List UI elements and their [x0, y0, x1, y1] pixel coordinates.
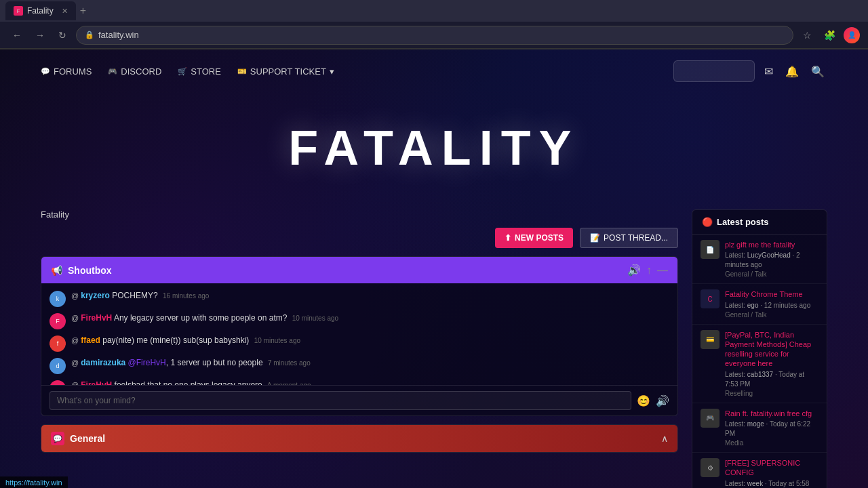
hero-section: FATALITY [0, 93, 868, 209]
section-title-area: 💬 General [51, 432, 105, 445]
forward-button[interactable]: → [31, 27, 49, 43]
browser-title-bar: F Fatality ✕ + [0, 0, 868, 22]
post-title-link[interactable]: Fatality Chrome Theme [725, 289, 818, 299]
nav-links: 💬 FORUMS 🎮 DISCORD 🛒 STORE 🎫 SUPPORT TIC… [41, 66, 334, 77]
action-bar: ⬆ NEW POSTS 📝 POST THREAD... [41, 228, 678, 248]
post-title-link[interactable]: Rain ft. fatality.win free cfg [725, 409, 818, 418]
avatar: F [50, 380, 66, 385]
nav-notifications-button[interactable]: 🔔 [783, 62, 802, 81]
forums-icon: 💬 [41, 67, 50, 76]
post-thumbnail: 🎮 [701, 409, 719, 428]
latest-posts-panel: 🔴 Latest posts 📄 plz gift me the fatalit… [692, 209, 827, 488]
url-text: fatality.win [98, 30, 139, 40]
nav-search-button[interactable]: 🔍 [808, 62, 827, 81]
post-item: 💳 [PayPal, BTC, Indian Payment Methods] … [692, 325, 827, 403]
general-section: 💬 General ∧ [41, 424, 678, 453]
msg-username[interactable]: damirazuka [81, 358, 125, 367]
sidebar-right: 🔴 Latest posts 📄 plz gift me the fatalit… [692, 209, 827, 488]
msg-username[interactable]: FireHvH [81, 313, 112, 323]
shoutbox-title: 📢 Shoutbox [51, 265, 112, 276]
latest-posts-icon: 🔴 [702, 217, 713, 227]
section-title: General [70, 433, 105, 444]
avatar: d [50, 358, 66, 374]
website-content: 💬 FORUMS 🎮 DISCORD 🛒 STORE 🎫 SUPPORT TIC… [0, 49, 868, 488]
post-thumbnail: ⚙ [701, 458, 719, 477]
nav-discord[interactable]: 🎮 DISCORD [108, 66, 161, 77]
nav-store[interactable]: 🛒 STORE [178, 66, 221, 77]
browser-chrome: F Fatality ✕ + ← → ↻ 🔒 fatality.win ☆ 🧩 … [0, 0, 868, 49]
message-row: F @ FireHvH Any legacy server up with so… [41, 310, 677, 332]
latest-posts-title: Latest posts [717, 217, 769, 227]
browser-profile-button[interactable]: 👤 [844, 27, 860, 43]
post-meta: Latest: moge · Today at 6:22 PM [725, 420, 818, 439]
main-content: Fatality ⬆ NEW POSTS 📝 POST THREAD... 📢 … [0, 209, 868, 488]
msg-username[interactable]: FireHvH [81, 380, 112, 385]
shoutbox-expand-button[interactable]: ↑ [646, 264, 652, 277]
nav-message-button[interactable]: ✉ [762, 62, 776, 81]
section-header: 💬 General ∧ [41, 425, 677, 452]
post-meta: Latest: ego · 12 minutes ago [725, 301, 818, 310]
post-thread-button[interactable]: 📝 POST THREAD... [580, 228, 678, 248]
nav-forums[interactable]: 💬 FORUMS [41, 66, 92, 77]
site-nav: 💬 FORUMS 🎮 DISCORD 🛒 STORE 🎫 SUPPORT TIC… [0, 49, 868, 93]
post-meta: Latest: cab1337 · Today at 7:53 PM [725, 370, 818, 389]
post-item: 📄 plz gift me the fatality Latest: LucyG… [692, 235, 827, 284]
section-collapse-button[interactable]: ∧ [661, 433, 668, 444]
message-row: F @ FireHvH feelsbad that no one plays l… [41, 377, 677, 385]
shoutbox-header: 📢 Shoutbox 🔊 ↑ — [41, 257, 677, 283]
shoutbox-icon: 📢 [51, 265, 62, 276]
new-posts-icon: ⬆ [505, 233, 511, 243]
post-thumbnail: 💳 [701, 330, 719, 349]
shoutbox-messages[interactable]: k @ kryzero POCHEMY? 16 minutes ago F @ … [41, 283, 677, 385]
post-item: C Fatality Chrome Theme Latest: ego · 12… [692, 284, 827, 324]
store-icon: 🛒 [178, 67, 187, 76]
message-row: k @ kryzero POCHEMY? 16 minutes ago [41, 287, 677, 310]
ticket-icon: 🎫 [237, 67, 247, 76]
nav-search-box[interactable] [673, 60, 755, 82]
shoutbox-chat-button[interactable]: 🔊 [656, 394, 669, 407]
avatar: k [50, 291, 66, 307]
post-category: Media [725, 439, 818, 447]
avatar: f [50, 336, 66, 352]
browser-actions: ☆ 🧩 👤 [799, 27, 860, 43]
section-icon: 💬 [51, 432, 64, 445]
nav-support-ticket[interactable]: 🎫 SUPPORT TICKET ▾ [237, 66, 334, 77]
tab-title: Fatality [27, 6, 54, 16]
emoji-button[interactable]: 😊 [637, 394, 650, 407]
shoutbox-input[interactable] [50, 391, 631, 410]
hero-title: FATALITY [0, 120, 868, 176]
post-title-link[interactable]: [FREE] SUPERSONIC CONFIG [725, 458, 818, 478]
browser-toolbar: ← → ↻ 🔒 fatality.win ☆ 🧩 👤 [0, 22, 868, 49]
post-thread-icon: 📝 [590, 233, 600, 243]
content-left: Fatality ⬆ NEW POSTS 📝 POST THREAD... 📢 … [41, 209, 678, 488]
shoutbox-minimize-button[interactable]: — [657, 264, 668, 277]
post-title-link[interactable]: plz gift me the fatality [725, 240, 818, 249]
new-posts-button[interactable]: ⬆ NEW POSTS [495, 228, 573, 248]
refresh-button[interactable]: ↻ [54, 27, 71, 43]
discord-icon: 🎮 [108, 67, 117, 76]
browser-tab[interactable]: F Fatality ✕ [5, 1, 76, 20]
nav-right: ✉ 🔔 🔍 [673, 60, 827, 82]
extensions-button[interactable]: 🧩 [820, 27, 840, 43]
post-category: General / Talk [725, 270, 818, 278]
post-thumbnail: 📄 [701, 240, 719, 259]
tab-favicon: F [14, 6, 23, 16]
msg-username[interactable]: ffaed [81, 336, 100, 345]
address-bar[interactable]: 🔒 fatality.win [76, 26, 793, 45]
latest-posts-header: 🔴 Latest posts [692, 210, 827, 235]
post-category: Reselling [725, 390, 818, 397]
shoutbox-sound-button[interactable]: 🔊 [627, 264, 641, 277]
breadcrumb: Fatality [41, 209, 678, 220]
back-button[interactable]: ← [8, 27, 26, 43]
avatar: F [50, 313, 66, 329]
new-tab-button[interactable]: + [76, 5, 90, 17]
lock-icon: 🔒 [85, 30, 94, 39]
message-row: d @ damirazuka @FireHvH, 1 server up but… [41, 354, 677, 377]
post-item: 🎮 Rain ft. fatality.win free cfg Latest:… [692, 403, 827, 453]
tab-close-button[interactable]: ✕ [62, 7, 68, 16]
msg-username[interactable]: kryzero [81, 291, 110, 300]
post-title-link[interactable]: [PayPal, BTC, Indian Payment Methods] Ch… [725, 330, 818, 369]
message-row: f @ ffaed pay(nite) me (mine(t)) sub(sup… [41, 332, 677, 354]
post-meta: Latest: week · Today at 5:58 PM [725, 479, 818, 488]
bookmark-button[interactable]: ☆ [799, 27, 816, 43]
